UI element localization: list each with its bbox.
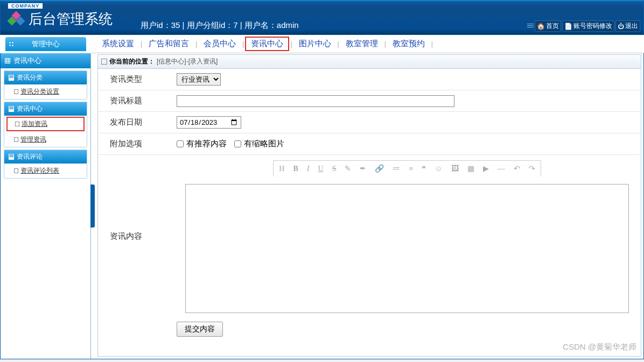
sidebar-item-1-1[interactable]: 管理资讯 [4, 132, 87, 147]
label-date: 发布日期 [98, 112, 173, 133]
sidebar-title: 资讯中心 [13, 56, 41, 66]
grid-icon [5, 58, 10, 63]
sidebar-item-1-0[interactable]: 添加资讯 [6, 117, 85, 131]
breadcrumb: 你当前的位置： [信息中心]-[录入资讯] [97, 54, 641, 69]
nav-sep: | [290, 40, 292, 48]
editor-tool-8[interactable]: ≔ [393, 164, 400, 173]
top-header: COMPANY 后台管理系统 用户id：35 | 用户分组id：7 | 用户名：… [0, 0, 644, 35]
nav-item-2[interactable]: 会员中心 [198, 37, 241, 51]
editor-tool-4[interactable]: S [332, 165, 337, 173]
type-select[interactable]: 行业资讯 [177, 73, 221, 86]
page-icon [15, 122, 19, 126]
sidebar-group-2: 资讯评论资讯评论列表 [4, 150, 87, 179]
home-link[interactable]: 🏠首页 [535, 20, 561, 32]
editor-tool-15[interactable]: — [498, 165, 505, 173]
nav-item-3[interactable]: 资讯中心 [245, 37, 289, 51]
sidebar-group-head[interactable]: 资讯分类 [4, 71, 87, 84]
breadcrumb-icon [101, 59, 107, 65]
page-icon [14, 89, 18, 94]
editor-tool-10[interactable]: ❝ [422, 164, 426, 173]
label-type: 资讯类型 [98, 69, 173, 90]
submit-button[interactable]: 提交内容 [177, 322, 223, 337]
row-extra: 附加选项 有推荐内容 有缩略图片 [98, 133, 641, 155]
main-layout: 资讯中心 资讯分类资讯分类设置资讯中心添加资讯管理资讯资讯评论资讯评论列表 你当… [0, 53, 644, 359]
editor-tool-1[interactable]: B [293, 165, 298, 173]
label-title: 资讯标题 [98, 90, 173, 111]
content-area: 你当前的位置： [信息中心]-[录入资讯] 资讯类型 行业资讯 资讯标题 发布日… [91, 53, 643, 359]
recommend-option[interactable]: 有推荐内容 [177, 139, 227, 149]
editor-tool-12[interactable]: 🖼 [451, 165, 459, 173]
row-content: 资讯内容 HBIUS✎✒🔗≔≡❝☺🖼▦▶—↶↷ [98, 155, 641, 317]
nav-item-1[interactable]: 广告和留言 [143, 37, 194, 51]
sidebar-header: 资讯中心 [1, 53, 90, 68]
editor-tool-7[interactable]: 🔗 [375, 164, 384, 173]
editor-tool-3[interactable]: U [318, 165, 324, 173]
editor-tool-6[interactable]: ✒ [360, 164, 366, 173]
sidebar-group-0: 资讯分类资讯分类设置 [4, 70, 87, 100]
row-submit: 提交内容 [98, 317, 641, 341]
logo-icon [8, 11, 24, 27]
nav-sep: | [338, 40, 339, 48]
doc-icon [9, 154, 14, 160]
nav-spacer: 管理中心 [0, 35, 91, 53]
editor-tool-9[interactable]: ≡ [409, 165, 413, 173]
mgmt-center-tab[interactable]: 管理中心 [5, 37, 86, 51]
main-nav-wrap: 管理中心 系统设置|广告和留言|会员中心|资讯中心|图片中心|教室管理|教室预约… [0, 35, 644, 53]
sidebar-collapse-handle[interactable] [90, 184, 95, 228]
nav-sep: | [431, 40, 433, 48]
row-type: 资讯类型 行业资讯 [98, 69, 641, 90]
logo-block: 后台管理系统 [8, 10, 113, 29]
sidebar-item-2-0[interactable]: 资讯评论列表 [4, 164, 87, 178]
doc-icon [9, 106, 14, 112]
logout-label: 退出 [625, 22, 638, 31]
menu-icon[interactable] [527, 24, 534, 29]
editor-tool-2[interactable]: I [307, 165, 310, 173]
nav-sep: | [195, 40, 197, 48]
row-title: 资讯标题 [98, 90, 641, 112]
page-icon [14, 137, 18, 142]
main-nav: 系统设置|广告和留言|会员中心|资讯中心|图片中心|教室管理|教室预约| [91, 35, 644, 53]
nav-item-6[interactable]: 教室预约 [387, 37, 430, 51]
sidebar-group-head[interactable]: 资讯中心 [4, 102, 87, 116]
content-editor[interactable] [185, 184, 629, 313]
editor-tool-16[interactable]: ↶ [514, 164, 520, 173]
editor-tool-17[interactable]: ↷ [529, 164, 535, 173]
account-label: 账号密码修改 [573, 22, 612, 31]
system-title: 后台管理系统 [29, 10, 113, 29]
breadcrumb-path: [信息中心]-[录入资讯] [157, 57, 218, 66]
account-link[interactable]: 📄账号密码修改 [562, 20, 614, 32]
nav-item-0[interactable]: 系统设置 [96, 37, 139, 51]
editor-tool-14[interactable]: ▶ [483, 164, 489, 173]
recommend-label: 有推荐内容 [186, 139, 227, 149]
label-extra: 附加选项 [98, 133, 173, 154]
top-actions: 🏠首页 📄账号密码修改 ⏻退出 [527, 20, 640, 32]
date-input[interactable] [177, 116, 241, 129]
editor-tool-5[interactable]: ✎ [345, 164, 351, 173]
editor-tool-13[interactable]: ▦ [467, 164, 474, 173]
title-input[interactable] [177, 95, 454, 107]
page-icon [14, 168, 18, 173]
thumbnail-label: 有缩略图片 [244, 139, 284, 149]
recommend-checkbox[interactable] [177, 140, 184, 147]
sidebar-group-1: 资讯中心添加资讯管理资讯 [4, 102, 87, 147]
editor-tool-0[interactable]: H [279, 165, 284, 173]
breadcrumb-label: 你当前的位置： [109, 57, 155, 66]
thumbnail-option[interactable]: 有缩略图片 [234, 139, 284, 149]
nav-sep: | [242, 40, 244, 48]
nav-item-4[interactable]: 图片中心 [293, 37, 337, 51]
form-area: 资讯类型 行业资讯 资讯标题 发布日期 附加选项 [97, 69, 641, 357]
nav-sep: | [384, 40, 386, 48]
editor-toolbar: HBIUS✎✒🔗≔≡❝☺🖼▦▶—↶↷ [273, 160, 541, 176]
editor-tool-11[interactable]: ☺ [435, 165, 442, 173]
user-info: 用户id：35 | 用户分组id：7 | 用户名：admin [141, 20, 299, 31]
nav-sep: | [141, 40, 142, 48]
sidebar-group-head[interactable]: 资讯评论 [4, 150, 87, 164]
sidebar-item-0-0[interactable]: 资讯分类设置 [4, 84, 87, 99]
thumbnail-checkbox[interactable] [234, 140, 241, 147]
logout-link[interactable]: ⏻退出 [615, 20, 640, 32]
row-date: 发布日期 [98, 112, 641, 133]
nav-item-5[interactable]: 教室管理 [340, 37, 383, 51]
sidebar: 资讯中心 资讯分类资讯分类设置资讯中心添加资讯管理资讯资讯评论资讯评论列表 [1, 53, 91, 359]
company-badge: COMPANY [8, 3, 43, 9]
home-label: 首页 [546, 22, 559, 31]
